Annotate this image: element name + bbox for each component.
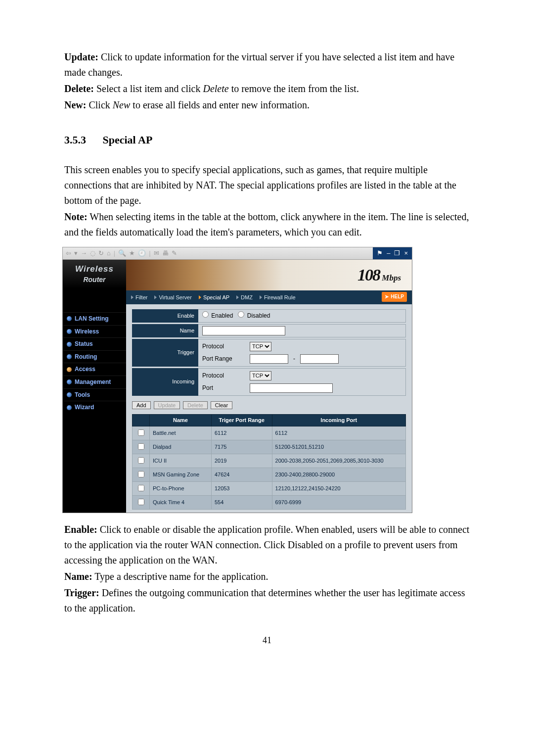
bullet-icon xyxy=(67,342,72,347)
label-new: New: xyxy=(64,99,86,110)
forward-icon[interactable]: → xyxy=(81,248,87,258)
sidebar-label: Status xyxy=(75,339,93,349)
banner-mbps: 108 Mbps xyxy=(357,262,401,288)
add-button[interactable]: Add xyxy=(132,401,151,409)
row-checkbox[interactable] xyxy=(138,471,144,477)
row-checkbox-cell[interactable] xyxy=(133,481,150,495)
search-icon[interactable]: 🔍 xyxy=(118,248,126,258)
cell-trigger: 47624 xyxy=(211,468,272,481)
dropdown-icon[interactable]: ▾ xyxy=(74,248,78,258)
label-delete: Delete: xyxy=(64,83,94,94)
banner: 108 Mbps xyxy=(126,260,412,290)
sidebar-item-management[interactable]: Management xyxy=(63,376,126,388)
row-checkbox[interactable] xyxy=(138,499,144,505)
row-checkbox-cell[interactable] xyxy=(133,454,150,468)
portrange-separator: - xyxy=(293,354,295,364)
trigger-protocol-select[interactable]: TCP xyxy=(250,342,271,351)
bullet-icon xyxy=(67,379,72,384)
sidebar-label: Routing xyxy=(75,352,97,362)
table-row[interactable]: ICU II20192000-2038,2050-2051,2069,2085,… xyxy=(133,454,406,468)
table-row[interactable]: Dialpad717551200-51201,51210 xyxy=(133,440,406,454)
cell-name: Battle.net xyxy=(150,426,212,440)
triangle-icon xyxy=(131,295,134,299)
cell-name: ICU II xyxy=(150,454,212,468)
home-icon[interactable]: ⌂ xyxy=(107,248,111,258)
tab-filter[interactable]: Filter xyxy=(131,293,147,302)
enabled-text: Enabled xyxy=(211,312,233,319)
close-icon[interactable]: × xyxy=(404,248,408,258)
button-row: Add Update Delete Clear xyxy=(132,397,406,414)
sidebar-item-routing[interactable]: Routing xyxy=(63,350,126,363)
table-row[interactable]: PC-to-Phone1205312120,12122,24150-24220 xyxy=(133,481,406,495)
enable-disabled-radio[interactable] xyxy=(238,311,244,318)
cell-incoming: 6970-6999 xyxy=(272,495,405,509)
th-trigger: Triger Port Range xyxy=(211,414,272,426)
tab-firewall-rule[interactable]: Firewall Rule xyxy=(260,293,296,302)
back-icon[interactable]: ⇦ xyxy=(66,248,71,258)
sidebar-item-tools[interactable]: Tools xyxy=(63,388,126,401)
sidebar-item-wizard[interactable]: Wizard xyxy=(63,401,126,414)
profiles-table: Name Triger Port Range Incoming Port Bat… xyxy=(132,414,406,510)
print-icon[interactable]: 🖶 xyxy=(162,248,169,258)
para-update: Update: Click to update information for … xyxy=(64,49,470,80)
trigger-portrange-label: Port Range xyxy=(202,354,245,364)
cell-trigger: 7175 xyxy=(211,440,272,454)
trigger-port-start[interactable] xyxy=(250,354,288,364)
row-checkbox[interactable] xyxy=(138,443,144,450)
tab-label: Filter xyxy=(135,293,147,302)
body-para-1: This screen enables you to specify speci… xyxy=(64,162,470,208)
section-heading: 3.5.3 Special AP xyxy=(64,132,470,148)
row-checkbox[interactable] xyxy=(138,457,144,464)
maximize-icon[interactable]: ❐ xyxy=(394,248,400,258)
edit-icon[interactable]: ✎ xyxy=(172,248,177,258)
minimize-icon[interactable]: – xyxy=(387,248,390,258)
favorites-icon[interactable]: ★ xyxy=(129,248,135,258)
sidebar-item-wireless[interactable]: Wireless xyxy=(63,325,126,338)
incoming-protocol-select[interactable]: TCP xyxy=(250,371,271,380)
cell-trigger: 554 xyxy=(211,495,272,509)
clear-button[interactable]: Clear xyxy=(211,401,232,409)
enable-disabled-option[interactable]: Disabled xyxy=(238,311,270,321)
triangle-icon xyxy=(260,295,262,299)
incoming-port-input[interactable] xyxy=(250,383,333,393)
label-update: Update: xyxy=(64,51,98,62)
enable-enabled-option[interactable]: Enabled xyxy=(202,311,233,321)
bullet-icon xyxy=(67,354,72,359)
row-checkbox-cell[interactable] xyxy=(133,495,150,509)
sidebar-item-lan-setting[interactable]: LAN Setting xyxy=(63,312,126,325)
row-checkbox-cell[interactable] xyxy=(133,440,150,454)
main-panel: 108 Mbps Filter Virtual Server Special A… xyxy=(126,260,412,513)
label-trigger: Trigger: xyxy=(64,587,99,598)
mail-icon[interactable]: ✉ xyxy=(154,248,159,258)
triangle-icon xyxy=(199,295,201,299)
trigger-port-end[interactable] xyxy=(300,354,339,364)
sidebar-item-status[interactable]: Status xyxy=(63,337,126,350)
section-title: Special AP xyxy=(103,134,153,146)
stop-icon[interactable]: ◌ xyxy=(90,248,95,258)
ie-toolbar: ⇦ ▾ → ◌ ↻ ⌂ | 🔍 ★ 🕘 | ✉ 🖶 ✎ ⚑ – ❐ × xyxy=(62,247,412,260)
tab-label: DMZ xyxy=(241,293,253,302)
row-checkbox[interactable] xyxy=(138,429,144,436)
row-checkbox[interactable] xyxy=(138,485,144,491)
tab-virtual-server[interactable]: Virtual Server xyxy=(154,293,191,302)
table-row[interactable]: MSN Gaming Zone476242300-2400,28800-2900… xyxy=(133,468,406,481)
delete-button[interactable]: Delete xyxy=(183,401,208,409)
para-delete: Delete: Select a list item and click Del… xyxy=(64,81,470,96)
table-row[interactable]: Battle.net61126112 xyxy=(133,426,406,440)
enable-enabled-radio[interactable] xyxy=(202,311,209,318)
enable-label: Enable xyxy=(132,309,198,323)
banner-big: 108 xyxy=(357,266,380,284)
sidebar-label: LAN Setting xyxy=(75,314,109,324)
sidebar-item-access[interactable]: Access xyxy=(63,363,126,376)
tab-special-ap[interactable]: Special AP xyxy=(199,293,229,302)
refresh-icon[interactable]: ↻ xyxy=(98,248,104,258)
tab-dmz[interactable]: DMZ xyxy=(236,293,253,302)
row-checkbox-cell[interactable] xyxy=(133,468,150,481)
help-button[interactable]: ➤HELP xyxy=(382,292,407,302)
history-icon[interactable]: 🕘 xyxy=(138,248,146,258)
table-row[interactable]: Quick Time 45546970-6999 xyxy=(133,495,406,509)
row-checkbox-cell[interactable] xyxy=(133,426,150,440)
name-input[interactable] xyxy=(202,326,285,335)
italic-new: New xyxy=(113,99,131,110)
update-button[interactable]: Update xyxy=(154,401,180,409)
